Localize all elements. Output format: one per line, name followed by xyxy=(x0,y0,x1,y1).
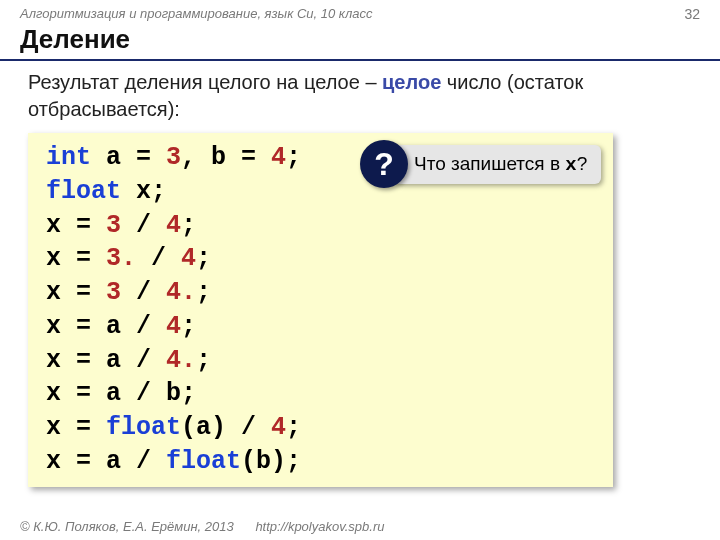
code-line: x = float(a) / 4; xyxy=(46,411,595,445)
page-title: Деление xyxy=(0,24,720,61)
code-line: x = 3 / 4.; xyxy=(46,276,595,310)
code-line: x = a / 4; xyxy=(46,310,595,344)
code-line: x = 3. / 4; xyxy=(46,242,595,276)
question-callout: ? Что запишется в x? xyxy=(360,140,601,188)
code-line: x = a / 4.; xyxy=(46,344,595,378)
page-number: 32 xyxy=(684,6,700,22)
copyright-text: © К.Ю. Поляков, Е.А. Ерёмин, 2013 xyxy=(20,519,234,534)
question-var: x xyxy=(565,154,576,176)
footer-url: http://kpolyakov.spb.ru xyxy=(255,519,384,534)
emphasis-word: целое xyxy=(382,71,441,93)
question-mark-icon: ? xyxy=(360,140,408,188)
slide-header: Алгоритмизация и программирование, язык … xyxy=(0,0,720,24)
code-line: x = a / float(b); xyxy=(46,445,595,479)
description-text: Результат деления целого на целое – цело… xyxy=(28,69,692,123)
code-line: x = a / b; xyxy=(46,377,595,411)
slide-footer: © К.Ю. Поляков, Е.А. Ерёмин, 2013 http:/… xyxy=(20,519,384,534)
question-bubble: Что запишется в x? xyxy=(394,145,601,184)
course-title: Алгоритмизация и программирование, язык … xyxy=(20,6,373,22)
code-line: x = 3 / 4; xyxy=(46,209,595,243)
content-area: Результат деления целого на целое – цело… xyxy=(0,61,720,487)
